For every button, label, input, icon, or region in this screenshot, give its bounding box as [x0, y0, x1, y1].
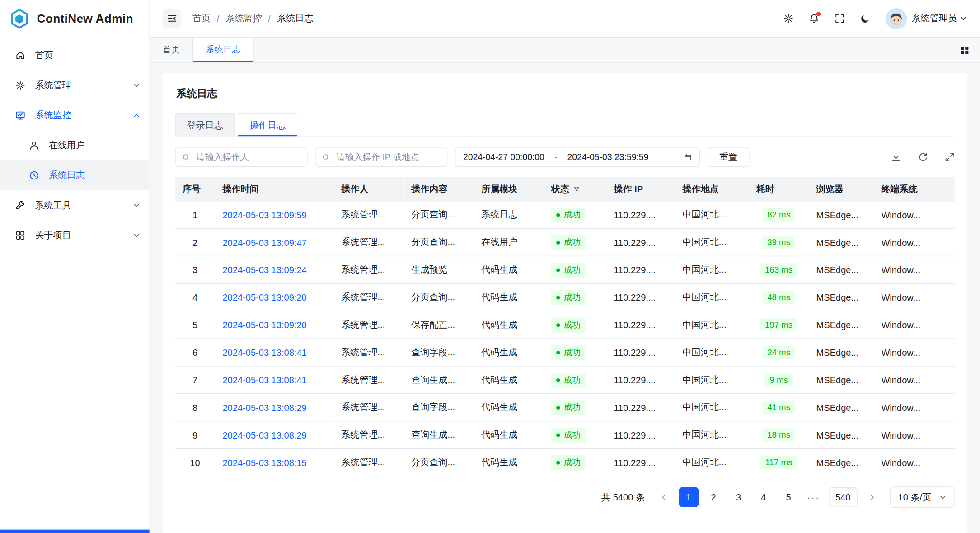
cell-operator: 系统管理...	[334, 394, 404, 421]
log-time-link[interactable]: 2024-05-03 13:09:47	[222, 237, 306, 247]
expand-icon[interactable]	[944, 151, 955, 162]
user-icon	[29, 139, 40, 151]
pagination-total: 共 5400 条	[601, 491, 645, 503]
grid-icon	[15, 230, 26, 241]
cell-os: Window...	[874, 394, 955, 421]
log-time-link[interactable]: 2024-05-03 13:08:15	[222, 458, 306, 467]
cell-content: 生成预览	[404, 256, 474, 283]
status-badge: 成功	[551, 235, 586, 250]
log-time-link[interactable]: 2024-05-03 13:08:41	[222, 375, 306, 385]
fullscreen-icon[interactable]	[834, 13, 845, 24]
log-time-link[interactable]: 2024-05-03 13:08:29	[222, 402, 306, 412]
cell-ip: 110.229....	[606, 229, 675, 256]
download-icon[interactable]	[891, 151, 901, 162]
scrollbar-thumb[interactable]	[0, 530, 150, 533]
sidebar-item-label: 系统监控	[35, 109, 71, 121]
cell-content: 查询生成...	[404, 421, 474, 449]
dark-mode-moon-icon[interactable]	[860, 13, 871, 24]
sidebar-item-online-users[interactable]: 在线用户	[0, 130, 150, 160]
pagination-page-2[interactable]: 2	[703, 487, 723, 507]
ip-search-input[interactable]	[335, 151, 441, 163]
pagination-ellipsis[interactable]: ···	[803, 487, 823, 507]
calendar-icon	[684, 153, 692, 161]
cell-os: Window...	[874, 311, 955, 339]
apps-icon	[959, 45, 970, 56]
filter-icon[interactable]	[573, 185, 580, 192]
date-start-value[interactable]: 2024-04-27 00:00:00	[463, 152, 544, 162]
log-time-link[interactable]: 2024-05-03 13:09:20	[222, 320, 306, 330]
settings-gear-icon[interactable]	[783, 13, 794, 24]
operator-search-field[interactable]	[175, 147, 307, 167]
pagination-page-last[interactable]: 540	[829, 487, 858, 507]
sidebar-item-system-monitor[interactable]: 系统监控	[0, 100, 150, 130]
date-range-picker[interactable]: 2024-04-27 00:00:00 - 2024-05-03 23:59:5…	[455, 147, 700, 167]
log-time-link[interactable]: 2024-05-03 13:08:41	[222, 347, 306, 357]
table-header-row: 序号 操作时间 操作人 操作内容 所属模块 状态	[175, 177, 955, 201]
notification-dot	[816, 11, 821, 17]
pagination-next-button[interactable]	[863, 487, 882, 507]
sidebar-menu: 首页 系统管理 系统监控	[0, 38, 150, 250]
cell-content: 分页查询...	[404, 449, 474, 476]
status-dot	[556, 350, 560, 354]
cell-content: 分页查询...	[404, 283, 474, 311]
app-logo[interactable]: ContiNew Admin	[0, 0, 150, 38]
cell-module: 代码生成	[474, 311, 544, 339]
col-header-time: 操作时间	[215, 177, 334, 201]
page-title: 系统日志	[176, 87, 954, 100]
cell-os: Window...	[874, 421, 955, 449]
cell-module: 代码生成	[474, 394, 544, 421]
sidebar-item-system-tools[interactable]: 系统工具	[0, 190, 150, 220]
elapsed-badge: 18 ms	[762, 429, 795, 442]
search-icon	[182, 153, 190, 161]
pagination-prev-button[interactable]	[653, 487, 673, 507]
tab-actions-button[interactable]	[949, 38, 980, 62]
menu-fold-button[interactable]	[163, 9, 181, 28]
col-header-os: 终端系统	[874, 177, 955, 201]
ip-search-field[interactable]	[315, 147, 447, 167]
reset-button[interactable]: 重置	[708, 147, 750, 167]
pagination-page-4[interactable]: 4	[754, 487, 774, 507]
sidebar-item-system-log[interactable]: 系统日志	[0, 160, 150, 190]
sidebar-item-home[interactable]: 首页	[0, 40, 150, 70]
content-area: 系统日志 登录日志 操作日志	[150, 63, 980, 533]
page-size-select[interactable]: 10 条/页	[890, 486, 955, 508]
app-title: ContiNew Admin	[37, 12, 133, 25]
cell-os: Window...	[874, 201, 955, 229]
tab-login-log[interactable]: 登录日志	[175, 113, 235, 136]
tab-operation-log[interactable]: 操作日志	[238, 113, 298, 136]
cell-browser: MSEdge...	[809, 421, 874, 449]
cell-content: 保存配置...	[404, 311, 474, 339]
date-end-value[interactable]: 2024-05-03 23:59:59	[567, 152, 649, 162]
cell-os: Window...	[874, 366, 955, 394]
sidebar-item-system-management[interactable]: 系统管理	[0, 70, 150, 100]
chevron-down-icon	[132, 231, 141, 239]
workspace-tab-home[interactable]: 首页	[150, 38, 192, 62]
elapsed-badge: 24 ms	[762, 346, 795, 359]
breadcrumb-item-monitor[interactable]: 系统监控	[225, 13, 262, 24]
pagination-page-1[interactable]: 1	[679, 487, 699, 507]
cell-content: 查询字段...	[404, 394, 474, 421]
pagination-page-5[interactable]: 5	[778, 487, 798, 507]
log-time-link[interactable]: 2024-05-03 13:09:59	[222, 210, 306, 220]
logo-hexagon-icon	[9, 8, 30, 29]
breadcrumb-item-home[interactable]: 首页	[192, 13, 211, 24]
sidebar-item-about-project[interactable]: 关于项目	[0, 220, 150, 250]
cell-location: 中国河北...	[675, 339, 749, 366]
cell-content: 分页查询...	[404, 229, 474, 256]
cell-module: 代码生成	[474, 283, 544, 311]
breadcrumb-item-log[interactable]: 系统日志	[277, 13, 313, 24]
cell-module: 代码生成	[474, 421, 544, 449]
log-time-link[interactable]: 2024-05-03 13:09:24	[222, 265, 306, 275]
elapsed-badge: 117 ms	[760, 456, 797, 469]
pagination-page-3[interactable]: 3	[728, 487, 748, 507]
cell-ip: 110.229....	[606, 201, 675, 229]
workspace-tab-system-log[interactable]: 系统日志	[192, 38, 254, 62]
notification-bell-icon[interactable]	[808, 13, 819, 24]
operator-search-input[interactable]	[195, 151, 301, 163]
col-header-no: 序号	[175, 177, 215, 201]
refresh-icon[interactable]	[918, 151, 928, 162]
cell-no: 2	[175, 229, 215, 256]
user-menu[interactable]: 系统管理员	[885, 8, 967, 29]
log-time-link[interactable]: 2024-05-03 13:08:29	[222, 430, 306, 440]
log-time-link[interactable]: 2024-05-03 13:09:20	[222, 292, 306, 302]
